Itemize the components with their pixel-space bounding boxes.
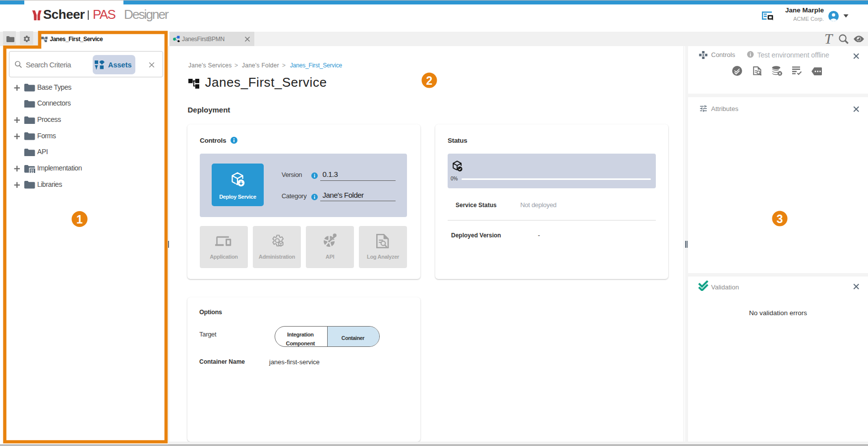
- svg-text:3: 3: [777, 213, 783, 225]
- svg-text:2: 2: [426, 74, 433, 87]
- svg-text:1: 1: [76, 213, 83, 226]
